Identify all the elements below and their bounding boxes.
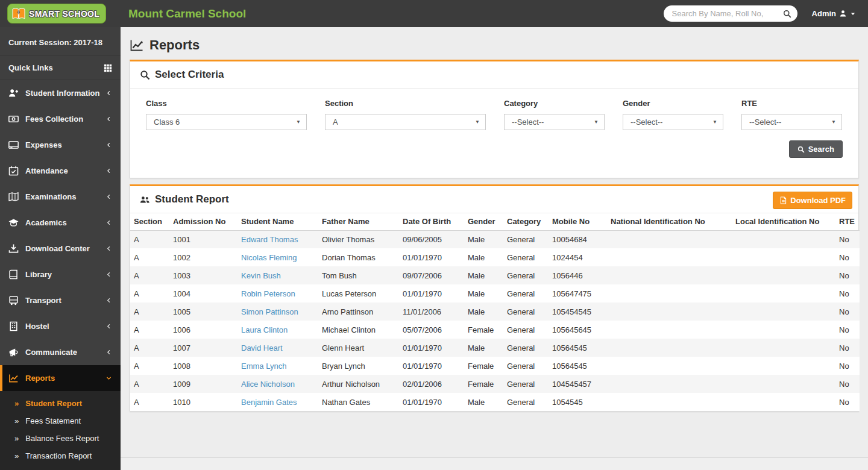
caret-down-icon: ▼ (594, 119, 599, 125)
graduation-cap-icon (8, 218, 19, 228)
cell-gender: Male (464, 393, 503, 411)
student-report-card: Student Report Download PDF SectionAdmis… (130, 184, 859, 412)
col-rte: RTE (835, 213, 860, 230)
search-icon[interactable] (783, 10, 791, 18)
cell-date-of-birth: 01/01/1970 (399, 339, 464, 357)
sidebar-item-attendance[interactable]: Attendance (0, 158, 121, 184)
student-name-link[interactable]: Edward Thomas (241, 235, 298, 244)
bullhorn-icon (8, 347, 19, 357)
student-name-link[interactable]: Alice Nicholson (241, 380, 295, 389)
chevron-left-icon (105, 193, 112, 200)
cell-section: A (130, 339, 169, 357)
cell-admission-no: 1004 (169, 284, 237, 302)
table-row: A1009Alice NicholsonArthur Nicholson02/0… (130, 375, 860, 393)
search-button[interactable]: Search (789, 140, 843, 158)
sidebar-item-label: Student Information (25, 89, 100, 98)
logo-text: SMART SCHOOL (29, 9, 99, 19)
sidebar-item-transport[interactable]: Transport (0, 287, 121, 313)
sidebar-item-download-center[interactable]: Download Center (0, 236, 121, 262)
chart-line-icon (8, 373, 19, 383)
cell-category: General (503, 339, 549, 357)
app-logo[interactable]: SMART SCHOOL (0, 0, 121, 27)
student-name-link[interactable]: Simon Pattinson (241, 307, 298, 316)
cell-national-identification-no (607, 393, 732, 411)
rte-select[interactable]: --Select--▼ (741, 114, 842, 130)
cell-mobile-no: 104545457 (549, 375, 607, 393)
col-category: Category (503, 213, 549, 230)
sidebar-item-library[interactable]: Library (0, 262, 121, 287)
quick-links[interactable]: Quick Links (0, 56, 121, 80)
cell-rte: No (835, 339, 860, 357)
book-icon (8, 269, 19, 280)
app-window: SMART SCHOOL Mount Carmel School Admin (0, 0, 868, 470)
cell-student-name: Nicolas Fleming (237, 248, 318, 266)
student-name-link[interactable]: Benjamin Gates (241, 398, 297, 407)
cell-student-name: Robin Peterson (237, 284, 318, 302)
double-angle-icon: » (14, 416, 19, 425)
col-mobile-no: Mobile No (549, 213, 607, 230)
col-local-identification-no: Local Identification No (732, 213, 835, 230)
submenu-item-transaction-report[interactable]: »Transaction Report (0, 447, 121, 465)
sidebar-item-fees-collection[interactable]: Fees Collection (0, 106, 121, 132)
book-pen-logo-icon (11, 7, 26, 20)
cell-local-identification-no (732, 284, 835, 302)
cell-rte: No (835, 375, 860, 393)
student-name-link[interactable]: Emma Lynch (241, 362, 286, 371)
student-name-link[interactable]: Nicolas Fleming (241, 253, 297, 262)
caret-down-icon: ▼ (296, 119, 301, 125)
cell-student-name: Laura Clinton (237, 321, 318, 339)
submenu-item-attendance-report[interactable]: »Attendance Report (0, 465, 121, 470)
sidebar-item-student-information[interactable]: Student Information (0, 80, 121, 106)
field-label: RTE (741, 99, 842, 108)
section-select[interactable]: A▼ (325, 114, 486, 130)
sidebar-item-expenses[interactable]: Expenses (0, 132, 121, 158)
submenu-item-balance-fees-report[interactable]: »Balance Fees Report (0, 430, 121, 447)
class-select[interactable]: Class 6▼ (146, 114, 307, 130)
sidebar-item-hostel[interactable]: Hostel (0, 313, 121, 339)
search-input[interactable] (672, 9, 783, 18)
student-name-link[interactable]: David Heart (241, 343, 283, 352)
cell-mobile-no: 105454545 (549, 302, 607, 321)
cell-father-name: Michael Clinton (318, 321, 399, 339)
cell-student-name: Simon Pattinson (237, 302, 318, 321)
cell-admission-no: 1005 (169, 302, 237, 321)
student-name-link[interactable]: Robin Peterson (241, 289, 295, 298)
student-name-link[interactable]: Kevin Bush (241, 271, 281, 280)
report-card-header: Student Report Download PDF (130, 186, 858, 213)
cell-mobile-no: 1054545 (549, 393, 607, 411)
cell-category: General (503, 302, 549, 321)
student-name-link[interactable]: Laura Clinton (241, 325, 288, 334)
caret-down-icon: ▼ (475, 119, 480, 125)
sidebar-item-communicate[interactable]: Communicate (0, 339, 121, 365)
sidebar-item-reports[interactable]: Reports (0, 365, 121, 391)
chevron-left-icon (105, 323, 112, 330)
cell-admission-no: 1001 (169, 230, 237, 248)
cell-date-of-birth: 05/07/2006 (399, 321, 464, 339)
sidebar-item-label: Communicate (25, 348, 77, 357)
sidebar-item-label: Expenses (25, 140, 62, 149)
cell-category: General (503, 357, 549, 375)
cell-gender: Male (464, 284, 503, 302)
cell-gender: Male (464, 248, 503, 266)
cell-student-name: David Heart (237, 339, 318, 357)
criteria-card-header: Select Criteria (130, 61, 858, 89)
select-value: --Select-- (749, 118, 781, 127)
criteria-fields: ClassClass 6▼SectionA▼Category--Select--… (130, 89, 858, 130)
table-row: A1003Kevin BushTom Bush09/07/2006MaleGen… (130, 266, 860, 284)
download-icon (8, 243, 19, 254)
submenu-item-label: Transaction Report (25, 451, 92, 460)
sidebar-item-academics[interactable]: Academics (0, 210, 121, 236)
gender-select[interactable]: --Select--▼ (623, 114, 723, 130)
submenu-item-fees-statement[interactable]: »Fees Statement (0, 412, 121, 430)
cell-rte: No (835, 248, 860, 266)
category-select[interactable]: --Select--▼ (504, 114, 605, 130)
building-icon (8, 321, 19, 331)
sidebar-item-label: Attendance (25, 166, 68, 175)
cell-admission-no: 1006 (169, 321, 237, 339)
quick-links-label: Quick Links (8, 63, 53, 72)
submenu-item-student-report[interactable]: »Student Report (0, 395, 121, 412)
sidebar-item-examinations[interactable]: Examinations (0, 184, 121, 210)
admin-menu[interactable]: Admin (812, 9, 856, 18)
download-pdf-button[interactable]: Download PDF (773, 192, 852, 209)
cell-gender: Female (464, 357, 503, 375)
